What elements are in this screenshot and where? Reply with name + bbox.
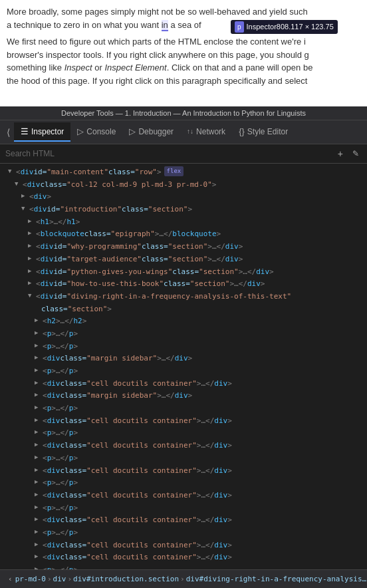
breadcrumb-item[interactable]: pr-md-0 xyxy=(15,575,46,583)
tree-toggle[interactable]: ▶ xyxy=(35,465,41,475)
tree-toggle[interactable]: ▶ xyxy=(28,228,35,238)
devtools-tab-bar: ⟨ ☰ Inspector ▷ Console ▷ Debugger ↑↓ Ne… xyxy=(0,120,367,144)
tab-debugger[interactable]: ▷ Debugger xyxy=(122,122,180,142)
tree-toggle[interactable]: ▼ xyxy=(28,291,35,301)
tree-row[interactable]: ▶ <p>…</p> xyxy=(0,402,367,415)
tree-toggle[interactable]: ▶ xyxy=(35,490,41,500)
tree-toggle[interactable]: ▶ xyxy=(35,564,41,569)
tree-row[interactable]: ▶ <p>…</p> xyxy=(0,502,367,515)
tree-row[interactable]: ▶ <div id="target-audience" class="secti… xyxy=(0,253,367,266)
highlight-word: in xyxy=(162,20,168,31)
tab-network[interactable]: ↑↓ Network xyxy=(180,123,232,142)
tree-toggle[interactable]: ▶ xyxy=(35,315,41,325)
tree-toggle[interactable]: ▶ xyxy=(35,502,41,512)
tree-row[interactable]: ▶ <div id="why-programming" class="secti… xyxy=(0,241,367,253)
html-tree: ▼ <div id="main-content" class="row" > f… xyxy=(0,164,367,569)
webpage-preview: More broadly, some pages simply might no… xyxy=(0,0,367,106)
network-icon: ↑↓ xyxy=(187,128,193,135)
tree-toggle[interactable]: ▶ xyxy=(35,353,41,363)
tree-toggle[interactable]: ▶ xyxy=(28,278,35,288)
flex-badge: flex xyxy=(164,166,184,176)
tree-toggle[interactable]: ▼ xyxy=(8,166,15,176)
breadcrumb-back-arrow[interactable]: ‹ xyxy=(5,575,15,583)
tree-row[interactable]: ▶ <p>…</p> xyxy=(0,328,367,341)
tree-row[interactable]: ▼ <div id="diving-right-in-a-frequency-a… xyxy=(0,291,367,303)
tree-row[interactable]: ▶ <div class="margin sidebar" >…</div> xyxy=(0,390,367,402)
tree-row[interactable]: ▼ <div id="introduction" class="section"… xyxy=(0,204,367,216)
tree-toggle[interactable]: ▶ xyxy=(28,253,35,263)
add-node-button[interactable]: + xyxy=(335,147,346,160)
tree-toggle[interactable]: ▶ xyxy=(21,191,28,201)
tree-row[interactable]: ▶ <div class="cell docutils container" >… xyxy=(0,440,367,452)
tree-row[interactable]: ▶ <div id="python-gives-you-wings" class… xyxy=(0,266,367,279)
tree-toggle[interactable]: ▶ xyxy=(28,216,35,226)
search-bar: + ✎ xyxy=(0,144,367,164)
console-icon: ▷ xyxy=(77,126,84,136)
tree-toggle[interactable]: ▶ xyxy=(35,415,41,425)
pick-element-button[interactable]: ✎ xyxy=(350,148,362,160)
tree-toggle[interactable]: ▶ xyxy=(35,365,41,375)
tree-row[interactable]: ▶ <div class="cell docutils container" >… xyxy=(0,490,367,502)
tree-row[interactable]: ▶ <p>…</p> xyxy=(0,564,367,569)
tree-row[interactable]: ▼ <div id="main-content" class="row" > f… xyxy=(0,166,367,179)
inspector-icon: ☰ xyxy=(21,126,29,136)
tree-row[interactable]: ▶ <div class="margin sidebar" >…</div> xyxy=(0,353,367,365)
tree-toggle[interactable]: ▶ xyxy=(28,241,35,251)
tooltip-dimensions: Inspector xyxy=(247,21,277,33)
tree-toggle[interactable]: ▶ xyxy=(35,341,41,351)
tree-row[interactable]: ▶ <div class="cell docutils container" >… xyxy=(0,465,367,478)
tree-row[interactable]: ▶ <p>…</p> xyxy=(0,527,367,539)
tree-row[interactable]: ▶ <h1>…</h1> xyxy=(0,216,367,229)
tab-console[interactable]: ▷ Console xyxy=(70,122,122,142)
inspect-word-2: Inspect Element xyxy=(104,63,166,73)
tree-row[interactable]: ▶ <div> xyxy=(0,191,367,204)
breadcrumb-item[interactable]: div#introduction.section xyxy=(73,575,179,583)
tree-row[interactable]: ▶ <div id="how-to-use-this-book" class="… xyxy=(0,278,367,291)
tree-toggle[interactable]: ▶ xyxy=(35,477,41,487)
devtools-title: Developer Tools — 1. Introduction — An I… xyxy=(0,106,367,120)
tree-toggle[interactable]: ▶ xyxy=(35,440,41,450)
inspect-word-1: Inspect xyxy=(64,63,92,73)
tree-toggle[interactable]: ▶ xyxy=(35,328,41,338)
tab-inspector[interactable]: ☰ Inspector xyxy=(14,122,70,142)
breadcrumb-item[interactable]: div#diving-right-in-a-frequency-analysis… xyxy=(186,575,367,583)
tree-row[interactable]: ▶ <div class="cell docutils container" >… xyxy=(0,539,367,552)
tree-row[interactable]: ▶ <p>…</p> xyxy=(0,365,367,378)
tree-toggle[interactable]: ▶ xyxy=(28,266,35,276)
tree-toggle[interactable]: ▼ xyxy=(15,179,21,189)
tree-row[interactable]: ▶ <div class="cell docutils container" >… xyxy=(0,378,367,390)
webpage-text-2: We first need to figure out which parts … xyxy=(7,35,360,87)
tree-row[interactable]: ▶ <p>…</p> xyxy=(0,477,367,490)
breadcrumb: ‹ pr-md-0 › div › div#introduction.secti… xyxy=(0,569,367,588)
tree-toggle[interactable]: ▶ xyxy=(35,527,41,537)
debugger-icon: ▷ xyxy=(129,126,136,136)
tree-toggle[interactable]: ▶ xyxy=(35,427,41,437)
tree-toggle[interactable]: ▶ xyxy=(35,390,41,400)
tree-row[interactable]: ▶ <div class="cell docutils container" >… xyxy=(0,514,367,527)
tree-row[interactable]: ▶ <div class="cell docutils container" >… xyxy=(0,415,367,428)
tree-row[interactable]: ▶ <p>…</p> xyxy=(0,427,367,440)
tree-row[interactable]: class="section" > xyxy=(0,303,367,316)
tree-toggle[interactable]: ▶ xyxy=(35,402,41,412)
breadcrumb-item[interactable]: div xyxy=(53,575,66,583)
inspect-tooltip: p Inspector 808.117 × 123.75 xyxy=(231,20,338,34)
style-editor-icon: {} xyxy=(239,126,245,136)
tree-row[interactable]: ▶ <blockquote class="epigraph" >…</block… xyxy=(0,228,367,241)
tree-row[interactable]: ▼ <div class="col-12 col-md-9 pl-md-3 pr… xyxy=(0,179,367,192)
devtools-panel: Developer Tools — 1. Introduction — An I… xyxy=(0,106,367,588)
tree-toggle[interactable]: ▼ xyxy=(21,204,28,214)
tree-row[interactable]: ▶ <h2>…</h2> xyxy=(0,315,367,328)
tree-row[interactable]: ▶ <p>…</p> xyxy=(0,452,367,465)
search-html-input[interactable] xyxy=(5,149,331,158)
tree-toggle[interactable]: ▶ xyxy=(35,452,41,462)
tooltip-dims-value: 808.117 × 123.75 xyxy=(277,21,334,33)
tab-style-editor[interactable]: {} Style Editor xyxy=(232,122,295,142)
tree-row[interactable]: ▶ <div class="cell docutils container" >… xyxy=(0,551,367,564)
tree-toggle[interactable]: ▶ xyxy=(35,514,41,524)
tree-toggle[interactable]: ▶ xyxy=(35,551,41,561)
devtools-back-icon[interactable]: ⟨ xyxy=(3,124,14,140)
tree-row[interactable]: ▶ <p>…</p> xyxy=(0,341,367,353)
tree-toggle[interactable]: ▶ xyxy=(35,539,41,549)
tree-toggle[interactable]: ▶ xyxy=(35,378,41,388)
tooltip-tag: p xyxy=(235,21,244,33)
